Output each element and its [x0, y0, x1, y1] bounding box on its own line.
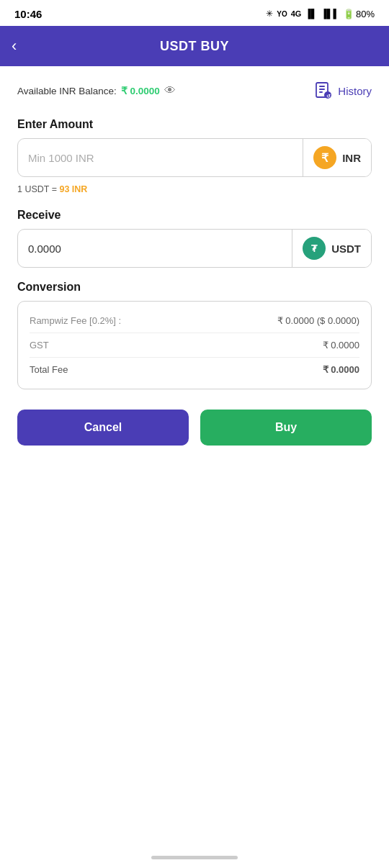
amount-input[interactable]	[18, 152, 303, 164]
page-title: USDT BUY	[160, 39, 229, 54]
receive-value: 0.0000	[18, 243, 292, 255]
receive-label: Receive	[17, 209, 372, 222]
gst-row: GST ₹ 0.0000	[30, 336, 359, 354]
toggle-visibility-icon[interactable]: 👁	[164, 84, 176, 97]
conversion-section: Conversion Rampwiz Fee [0.2%] : ₹ 0.0000…	[17, 281, 372, 389]
usdt-label: USDT	[331, 243, 361, 255]
conversion-label: Conversion	[17, 281, 372, 294]
balance-row: Available INR Balance: ₹ 0.0000 👁 ↺ Hist…	[17, 81, 372, 101]
rate-label: 1 USDT = 93 INR	[17, 184, 372, 194]
history-icon: ↺	[313, 81, 334, 101]
wifi-icon: ▐▌▌	[321, 9, 339, 19]
divider-1	[30, 333, 359, 333]
total-fee-value: ₹ 0.0000	[323, 364, 359, 375]
network-icon: YO	[277, 10, 287, 18]
receive-input-row: 0.0000 ₮ USDT	[17, 229, 372, 268]
gst-value: ₹ 0.0000	[323, 340, 359, 351]
cancel-button[interactable]: Cancel	[17, 410, 189, 446]
total-fee-row: Total Fee ₹ 0.0000	[30, 361, 359, 379]
back-button[interactable]: ‹	[12, 37, 37, 55]
bluetooth-icon: ✳	[266, 9, 273, 19]
amount-input-row: ₹ INR	[17, 138, 372, 177]
usdt-currency-display: ₮ USDT	[292, 230, 371, 267]
svg-rect-1	[319, 86, 325, 87]
usdt-icon: ₮	[303, 237, 326, 260]
action-buttons: Cancel Buy	[17, 410, 372, 446]
history-button[interactable]: ↺ History	[313, 81, 372, 101]
inr-icon: ₹	[313, 146, 336, 169]
battery-indicator: 🔋 80%	[343, 9, 375, 19]
page-header: ‹ USDT BUY	[0, 26, 389, 66]
fee-label: Rampwiz Fee [0.2%] :	[30, 315, 121, 326]
divider-2	[30, 357, 359, 358]
balance-amount: ₹ 0.0000	[121, 85, 160, 96]
4g-icon: 4G	[291, 9, 302, 18]
buy-button[interactable]: Buy	[200, 410, 372, 446]
receive-section: Receive 0.0000 ₮ USDT	[17, 209, 372, 268]
status-bar: 10:46 ✳ YO 4G ▐▌ ▐▌▌ 🔋 80%	[0, 0, 389, 26]
status-icons: ✳ YO 4G ▐▌ ▐▌▌ 🔋 80%	[266, 9, 375, 19]
fee-value: ₹ 0.0000 ($ 0.0000)	[277, 315, 359, 326]
status-time: 10:46	[14, 8, 42, 20]
inr-label: INR	[342, 152, 361, 164]
signal-icon: ▐▌	[305, 9, 317, 19]
enter-amount-section: Enter Amount ₹ INR 1 USDT = 93 INR	[17, 118, 372, 194]
inr-currency-selector[interactable]: ₹ INR	[303, 139, 371, 176]
gst-label: GST	[30, 340, 49, 351]
conversion-box: Rampwiz Fee [0.2%] : ₹ 0.0000 ($ 0.0000)…	[17, 301, 372, 389]
enter-amount-label: Enter Amount	[17, 118, 372, 131]
svg-rect-3	[319, 91, 323, 93]
history-label: History	[338, 85, 372, 97]
fee-row: Rampwiz Fee [0.2%] : ₹ 0.0000 ($ 0.0000)	[30, 312, 359, 330]
main-content: Available INR Balance: ₹ 0.0000 👁 ↺ Hist…	[0, 66, 389, 460]
home-indicator	[151, 856, 238, 859]
svg-rect-2	[319, 89, 325, 90]
total-fee-label: Total Fee	[30, 364, 68, 375]
balance-label: Available INR Balance: ₹ 0.0000 👁	[17, 84, 176, 97]
svg-text:↺: ↺	[326, 94, 331, 99]
rate-value: 93 INR	[59, 184, 87, 194]
